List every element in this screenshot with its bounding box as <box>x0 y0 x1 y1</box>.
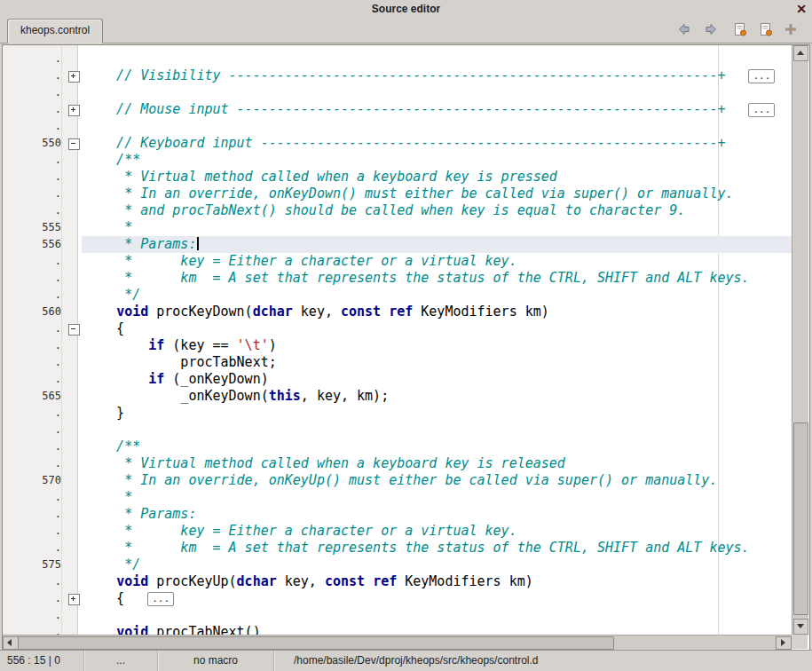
code-text[interactable]: * Virtual method called when a keyboard … <box>82 455 792 472</box>
code-text[interactable]: void procKeyDown(dchar key, const ref Ke… <box>82 304 792 320</box>
fold-gutter-cell <box>66 202 82 219</box>
code-text[interactable]: // Keyboard input ----------------------… <box>82 135 792 152</box>
fold-collapse-icon[interactable] <box>68 138 80 150</box>
code-line: . { <box>3 320 792 337</box>
code-text[interactable]: if (key == '\t') <box>82 337 792 354</box>
fold-gutter-cell <box>66 523 82 540</box>
code-text[interactable]: * Params: <box>82 236 792 253</box>
vertical-scrollbar[interactable] <box>792 45 808 635</box>
code-text[interactable]: // Mouse input -------------------------… <box>82 101 792 118</box>
fold-collapse-icon[interactable] <box>68 324 80 336</box>
fold-gutter-cell <box>66 557 82 573</box>
code-line: . // Mouse input -----------------------… <box>3 101 792 118</box>
down-arrow-icon <box>797 624 804 628</box>
line-number: 575 <box>3 557 66 573</box>
code-text[interactable]: * In an override, onKeyUp() must either … <box>82 472 792 489</box>
code-line: . * <box>3 489 792 506</box>
code-text[interactable]: {... <box>82 590 792 607</box>
code-text[interactable]: * Params: <box>82 506 792 523</box>
code-text[interactable]: { <box>82 320 792 337</box>
nav-forward-icon[interactable] <box>704 22 718 36</box>
fold-gutter-cell <box>66 135 82 152</box>
scroll-right-button[interactable] <box>776 636 792 650</box>
code-line: . * Params: <box>3 506 792 523</box>
fold-ellipsis[interactable]: ... <box>748 69 775 83</box>
fold-gutter-cell <box>66 320 82 337</box>
code-text[interactable]: * <box>82 489 792 506</box>
code-text[interactable]: */ <box>82 557 792 573</box>
code-text[interactable]: * km = A set that represents the status … <box>82 540 792 557</box>
fold-gutter-cell <box>66 118 82 135</box>
source-editor-window: { "colors": { "chrome": "#d5d1cd", "edit… <box>0 0 812 671</box>
fold-gutter-cell <box>66 270 82 287</box>
line-number: . <box>3 152 66 169</box>
code-text[interactable]: void procTabNext() <box>82 624 792 635</box>
code-text[interactable]: */ <box>82 287 792 304</box>
document-icon-1[interactable] <box>733 22 747 36</box>
line-number: . <box>3 202 66 219</box>
code-text[interactable]: * key = Either a character or a virtual … <box>82 523 792 540</box>
line-number: . <box>3 624 66 635</box>
code-text[interactable] <box>82 422 792 438</box>
code-text[interactable]: * In an override, onKeyDown() must eithe… <box>82 186 792 202</box>
code-text[interactable]: * key = Either a character or a virtual … <box>82 253 792 270</box>
code-text[interactable]: procTabNext; <box>82 354 792 371</box>
code-text[interactable] <box>82 51 792 67</box>
fold-gutter-cell <box>66 540 82 557</box>
code-text[interactable]: /** <box>82 438 792 455</box>
fold-gutter-cell <box>66 624 82 635</box>
code-text[interactable] <box>82 607 792 624</box>
line-number: . <box>3 540 66 557</box>
code-text[interactable]: * and procTabNext() should be called whe… <box>82 202 792 219</box>
fold-expand-icon[interactable] <box>68 105 80 116</box>
fold-expand-icon[interactable] <box>68 71 80 83</box>
scrollbar-corner <box>792 635 808 649</box>
horizontal-scrollbar[interactable] <box>3 635 792 650</box>
code-text[interactable]: * km = A set that represents the status … <box>82 270 792 287</box>
code-line: . <box>3 118 792 135</box>
code-text[interactable]: * <box>82 219 792 236</box>
close-button[interactable]: ✕ <box>794 1 808 17</box>
code-text[interactable]: if (_onKeyDown) <box>82 371 792 388</box>
scroll-left-button[interactable] <box>3 636 19 650</box>
scroll-up-button[interactable] <box>793 45 808 61</box>
left-arrow-icon <box>7 639 12 646</box>
horizontal-scroll-thumb[interactable] <box>18 636 614 650</box>
code-line: . * km = A set that represents the statu… <box>3 270 792 287</box>
fold-gutter-cell <box>66 219 82 236</box>
code-line: . * key = Either a character or a virtua… <box>3 253 792 270</box>
line-number: 570 <box>3 472 66 489</box>
code-text[interactable]: /** <box>82 152 792 169</box>
vertical-scroll-thumb[interactable] <box>793 422 808 615</box>
line-number: . <box>3 287 66 304</box>
line-number: . <box>3 51 66 67</box>
code-text[interactable]: _onKeyDown(this, key, km); <box>82 388 792 405</box>
status-bar: 556 : 15 | 0 ... no macro /home/basile/D… <box>0 650 812 671</box>
document-icon-2[interactable] <box>759 22 773 36</box>
editor-frame: .. // Visibility -----------------------… <box>2 44 810 651</box>
title-bar: Source editor ✕ <box>0 0 812 18</box>
code-line: . * Virtual method called when a keyboar… <box>3 169 792 186</box>
code-text[interactable]: } <box>82 405 792 422</box>
code-text[interactable] <box>82 118 792 135</box>
fold-ellipsis[interactable]: ... <box>748 103 775 117</box>
code-line: 565 _onKeyDown(this, key, km); <box>3 388 792 405</box>
code-text[interactable] <box>82 84 792 101</box>
nav-back-icon[interactable] <box>677 22 691 36</box>
code-text[interactable]: void procKeyUp(dchar key, const ref KeyM… <box>82 573 792 590</box>
fold-expand-icon[interactable] <box>68 594 80 605</box>
line-number: . <box>3 573 66 590</box>
line-number: 555 <box>3 219 66 236</box>
fold-gutter-cell <box>66 573 82 590</box>
fold-gutter-cell <box>66 489 82 506</box>
scroll-down-button[interactable] <box>793 619 808 635</box>
fold-gutter-cell <box>66 590 82 607</box>
code-text[interactable]: // Visibility --------------------------… <box>82 67 792 84</box>
tab-kheops-control[interactable]: kheops.control <box>7 19 103 43</box>
window-title: Source editor <box>0 0 812 18</box>
plus-icon[interactable] <box>784 22 798 36</box>
code-text[interactable]: * Virtual method called when a keyboard … <box>82 169 792 186</box>
fold-gutter-cell <box>66 253 82 270</box>
fold-ellipsis[interactable]: ... <box>147 592 174 606</box>
fold-gutter-cell <box>66 506 82 523</box>
